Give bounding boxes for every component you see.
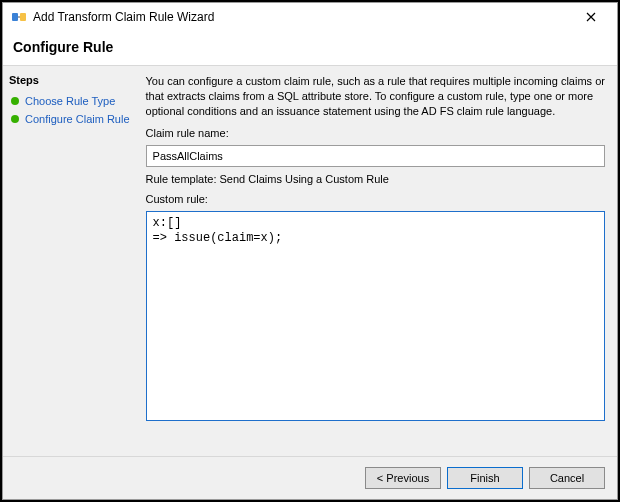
- claim-rule-name-input[interactable]: [146, 145, 605, 167]
- instruction-text: You can configure a custom claim rule, s…: [146, 74, 605, 119]
- cancel-button[interactable]: Cancel: [529, 467, 605, 489]
- step-label: Configure Claim Rule: [25, 113, 130, 125]
- page-title: Configure Rule: [13, 39, 607, 55]
- close-icon: [586, 12, 596, 22]
- previous-button[interactable]: < Previous: [365, 467, 441, 489]
- step-configure-claim-rule[interactable]: Configure Claim Rule: [9, 110, 132, 128]
- wizard-window: Add Transform Claim Rule Wizard Configur…: [2, 2, 618, 500]
- svg-rect-1: [20, 13, 26, 21]
- title-bar: Add Transform Claim Rule Wizard: [3, 3, 617, 31]
- step-label: Choose Rule Type: [25, 95, 115, 107]
- header-strip: Configure Rule: [3, 31, 617, 66]
- custom-rule-label: Custom rule:: [146, 193, 605, 205]
- app-icon: [11, 9, 27, 25]
- claim-rule-name-label: Claim rule name:: [146, 127, 605, 139]
- sidebar-title: Steps: [9, 74, 132, 86]
- title-bar-left: Add Transform Claim Rule Wizard: [11, 9, 214, 25]
- window-title: Add Transform Claim Rule Wizard: [33, 10, 214, 24]
- body: Steps Choose Rule Type Configure Claim R…: [3, 66, 617, 456]
- custom-rule-textarea[interactable]: [146, 211, 605, 421]
- footer: < Previous Finish Cancel: [3, 456, 617, 499]
- close-button[interactable]: [573, 6, 609, 28]
- step-complete-icon: [11, 97, 19, 105]
- finish-button[interactable]: Finish: [447, 467, 523, 489]
- main-panel: You can configure a custom claim rule, s…: [138, 66, 617, 456]
- step-choose-rule-type[interactable]: Choose Rule Type: [9, 92, 132, 110]
- step-current-icon: [11, 115, 19, 123]
- rule-template-label: Rule template: Send Claims Using a Custo…: [146, 173, 605, 185]
- svg-rect-0: [12, 13, 18, 21]
- steps-sidebar: Steps Choose Rule Type Configure Claim R…: [3, 66, 138, 456]
